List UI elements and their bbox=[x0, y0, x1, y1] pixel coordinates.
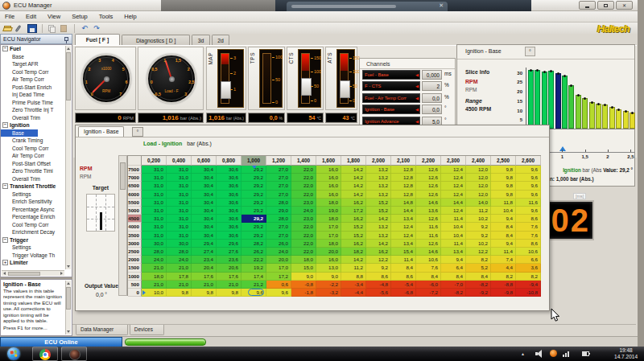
menu-item-edit[interactable]: Edit bbox=[26, 13, 36, 20]
table-cell[interactable]: 12,8 bbox=[391, 166, 416, 174]
table-cell[interactable]: 11,2 bbox=[341, 264, 366, 272]
table-cell[interactable]: 13,4 bbox=[391, 215, 416, 223]
table-cell[interactable]: 10,4 bbox=[441, 232, 466, 240]
column-header-0,200[interactable]: 0,200 bbox=[142, 156, 167, 166]
table-cell[interactable]: 27,0 bbox=[266, 232, 291, 240]
table-cell[interactable]: 16,2 bbox=[341, 240, 366, 248]
table-cell[interactable]: 12,4 bbox=[441, 191, 466, 199]
table-cell[interactable]: 30,4 bbox=[192, 215, 217, 223]
table-cell[interactable]: 30,4 bbox=[192, 166, 217, 174]
table-cell[interactable]: 24,0 bbox=[167, 256, 192, 264]
wrench-icon[interactable] bbox=[15, 24, 25, 33]
row-header-5000[interactable]: 5000 bbox=[128, 207, 142, 215]
menu-item-tools[interactable]: Tools bbox=[99, 13, 114, 20]
table-cell[interactable]: -9,2 bbox=[466, 289, 491, 297]
table-cell[interactable]: 27,4 bbox=[192, 248, 217, 256]
table-cell[interactable]: 3,6 bbox=[516, 264, 541, 272]
table-cell[interactable]: -5,6 bbox=[366, 289, 391, 297]
table-cell[interactable]: 22,0 bbox=[291, 182, 316, 190]
sidebar-group-limiter[interactable]: +Limiter bbox=[1, 259, 72, 267]
column-header-0,400[interactable]: 0,400 bbox=[167, 156, 192, 166]
table-cell[interactable]: 14,0 bbox=[466, 199, 491, 207]
table-cell[interactable]: 18,0 bbox=[142, 273, 167, 281]
table-cell[interactable]: 18,0 bbox=[316, 240, 341, 248]
table-cell[interactable]: 11,4 bbox=[441, 240, 466, 248]
row-header-1500[interactable]: 1500 bbox=[128, 264, 142, 272]
table-cell[interactable]: 11,4 bbox=[441, 215, 466, 223]
tree-vertical-scrollbar[interactable] bbox=[65, 46, 71, 269]
table-cell[interactable]: 13,2 bbox=[366, 232, 391, 240]
sidebar-item-settings[interactable]: Settings bbox=[1, 191, 72, 199]
table-cell[interactable]: 31,0 bbox=[142, 166, 167, 174]
table-cell[interactable]: 28,0 bbox=[167, 248, 192, 256]
table-cell[interactable]: 8,4 bbox=[491, 232, 516, 240]
table-cell[interactable]: 16,0 bbox=[316, 174, 341, 182]
column-header-2,200[interactable]: 2,200 bbox=[416, 156, 441, 166]
collapse-icon[interactable]: − bbox=[2, 237, 8, 243]
table-cell[interactable]: 12,2 bbox=[366, 256, 391, 264]
table-cell[interactable]: 9,8 bbox=[491, 191, 516, 199]
collapse-icon[interactable]: − bbox=[2, 183, 8, 189]
table-cell[interactable]: 22,0 bbox=[291, 240, 316, 248]
scroll-right-icon[interactable] bbox=[60, 272, 63, 275]
table-cell[interactable]: 31,0 bbox=[167, 232, 192, 240]
table-cell[interactable]: -3,4 bbox=[341, 281, 366, 289]
table-cell[interactable]: 31,0 bbox=[142, 207, 167, 215]
table-cell[interactable]: 12,6 bbox=[416, 174, 441, 182]
table-cell[interactable]: 24,0 bbox=[291, 207, 316, 215]
table-cell[interactable]: 8,6 bbox=[366, 273, 391, 281]
table-cell[interactable]: 13,4 bbox=[441, 248, 466, 256]
start-button[interactable] bbox=[7, 347, 20, 360]
table-cell[interactable]: 9,2 bbox=[466, 232, 491, 240]
sidebar-item-overall-trim[interactable]: Overall Trim bbox=[1, 175, 72, 183]
table-cell[interactable]: -9,4 bbox=[516, 281, 541, 289]
scroll-left-icon[interactable] bbox=[3, 272, 6, 275]
table-cell[interactable]: 31,0 bbox=[142, 223, 167, 231]
table-cell[interactable]: 30,4 bbox=[192, 182, 217, 190]
sidebar-group-ignition[interactable]: −Ignition bbox=[1, 121, 72, 129]
scrollbar-thumb[interactable] bbox=[8, 272, 40, 276]
table-cell[interactable]: 10,6 bbox=[416, 256, 441, 264]
table-cell[interactable]: 12,4 bbox=[441, 174, 466, 182]
table-cell[interactable]: 7,6 bbox=[516, 232, 541, 240]
table-cell[interactable]: 20,0 bbox=[316, 248, 341, 256]
table-cell[interactable]: 9,8 bbox=[491, 166, 516, 174]
row-header-6000[interactable]: 6000 bbox=[128, 191, 142, 199]
sidebar-item-inj-dead-time[interactable]: Inj Dead Time bbox=[1, 91, 72, 99]
table-cell[interactable]: 27,6 bbox=[217, 248, 242, 256]
close-button[interactable]: ✕ bbox=[616, 1, 633, 10]
table-cell[interactable]: 27,0 bbox=[266, 182, 291, 190]
table-cell[interactable]: 31,0 bbox=[142, 182, 167, 190]
table-cell[interactable]: 17,0 bbox=[266, 264, 291, 272]
scrollbar-thumb[interactable] bbox=[66, 287, 71, 310]
sidebar-item-crank-timing[interactable]: Crank Timing bbox=[1, 137, 72, 145]
table-cell[interactable]: 31,0 bbox=[142, 174, 167, 182]
scroll-up-icon[interactable] bbox=[67, 282, 70, 285]
table-cell[interactable]: 7,6 bbox=[416, 264, 441, 272]
table-cell[interactable]: 14,6 bbox=[416, 199, 441, 207]
table-cell[interactable]: 9,2 bbox=[366, 264, 391, 272]
sidebar-item-cool-temp-corr[interactable]: Cool Temp Corr bbox=[1, 221, 72, 229]
menu-item-setup[interactable]: Setup bbox=[72, 13, 88, 20]
table-cell[interactable]: 23,0 bbox=[291, 199, 316, 207]
row-header-500[interactable]: 500 bbox=[128, 281, 142, 289]
table-cell[interactable]: 8,4 bbox=[416, 273, 441, 281]
table-cell[interactable]: 18,0 bbox=[291, 256, 316, 264]
table-cell[interactable]: 31,0 bbox=[142, 191, 167, 199]
table-cell[interactable]: 9,8 bbox=[167, 289, 192, 297]
maximize-button[interactable] bbox=[597, 1, 614, 10]
table-cell[interactable]: 30,4 bbox=[192, 223, 217, 231]
table-cell[interactable]: 8,6 bbox=[516, 215, 541, 223]
table-cell[interactable]: 19,2 bbox=[242, 264, 266, 272]
table-cell[interactable]: 14,8 bbox=[391, 199, 416, 207]
table-cell[interactable]: 31,0 bbox=[167, 207, 192, 215]
table-cell[interactable]: 7,6 bbox=[516, 223, 541, 231]
column-header-0,600[interactable]: 0,600 bbox=[192, 156, 217, 166]
table-cell[interactable]: -1,8 bbox=[291, 289, 316, 297]
table-cell[interactable]: 8,6 bbox=[516, 240, 541, 248]
row-header-7500[interactable]: 7500 bbox=[128, 166, 142, 174]
redo-icon[interactable]: ↷ bbox=[92, 24, 101, 33]
table-cell[interactable]: 12,0 bbox=[466, 191, 491, 199]
table-cell[interactable]: 13,2 bbox=[366, 174, 391, 182]
table-cell[interactable]: -8,2 bbox=[466, 281, 491, 289]
